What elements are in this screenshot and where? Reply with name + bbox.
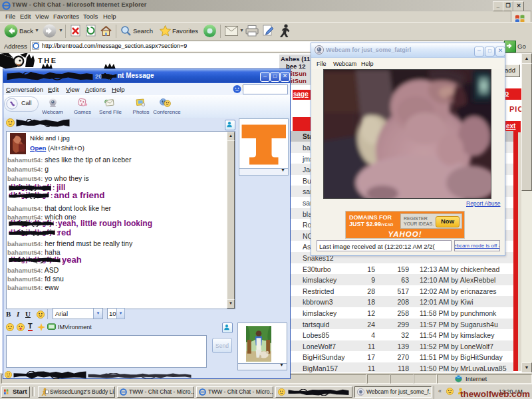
svg-text:THE: THE bbox=[38, 57, 58, 65]
